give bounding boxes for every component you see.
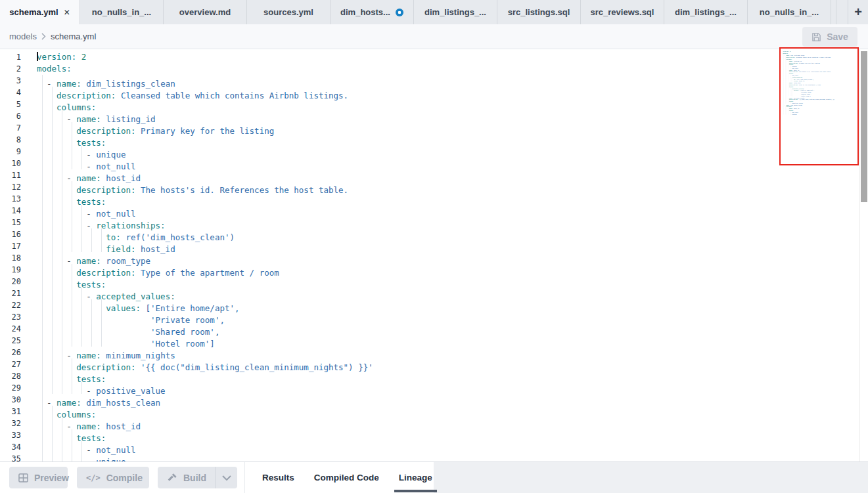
- indent-guide: [62, 299, 72, 311]
- indent: [37, 382, 42, 394]
- line-number: 13: [0, 193, 21, 205]
- code-line[interactable]: 3- name: dim_listings_clean: [0, 75, 859, 87]
- code-line[interactable]: 14- not_null: [0, 205, 859, 217]
- indent-guide: [52, 110, 62, 122]
- tab-schema-yml[interactable]: schema.yml✕: [0, 0, 80, 24]
- indent-guide: [42, 453, 52, 461]
- code-line-content: - not_null: [37, 158, 136, 169]
- code-line[interactable]: 17field: host_id: [0, 240, 859, 252]
- code-line[interactable]: 2models:: [0, 63, 859, 75]
- minimap[interactable]: 1version: 22models:3- name: dim_listings…: [781, 49, 857, 164]
- code-line[interactable]: 26- name: minimum_nights: [0, 347, 859, 358]
- line-number: 3: [0, 75, 21, 87]
- tab-overview-md[interactable]: overview.md: [164, 0, 247, 24]
- code-line[interactable]: 6- name: listing_id: [0, 110, 859, 122]
- line-number: 27: [0, 358, 21, 370]
- tab-sources-yml[interactable]: sources.yml: [247, 0, 331, 24]
- indent: [37, 394, 42, 406]
- indent-guide: [52, 288, 62, 299]
- indent-guide: [42, 158, 52, 169]
- code-line[interactable]: 4description: Cleansed table which conta…: [0, 87, 859, 98]
- token: Cleansed table which contains Airbnb lis…: [795, 56, 831, 58]
- indent-guide: [52, 181, 62, 193]
- minimap-content: 1version: 22models:3- name: dim_listings…: [783, 51, 857, 115]
- indent-guide: [62, 418, 67, 429]
- tab-src-reviews-sql[interactable]: src_reviews.sql: [581, 0, 664, 24]
- code-line[interactable]: 12description: The hosts's id. Reference…: [0, 181, 859, 193]
- indent-guide: [42, 181, 52, 193]
- token: host_id: [101, 421, 141, 431]
- code-line[interactable]: 16to: ref('dim_hosts_clean'): [0, 228, 859, 240]
- indent-guide: [72, 323, 81, 335]
- code-editor[interactable]: 1version: 22models:3- name: dim_listings…: [0, 49, 859, 461]
- token: Cleansed table which contains Airbnb lis…: [116, 91, 348, 100]
- code-line[interactable]: 18- name: room_type: [0, 252, 859, 264]
- code-line[interactable]: 27description: '{{ doc("dim_listing_clea…: [0, 358, 859, 370]
- indent-guide: [42, 406, 52, 418]
- code-line[interactable]: 29- positive_value: [0, 382, 859, 394]
- indent-guide: [52, 358, 62, 370]
- indent-guide: [52, 335, 62, 347]
- indent-guide: [42, 193, 52, 205]
- add-tab-button[interactable]: +: [848, 0, 868, 24]
- breadcrumb-item-models[interactable]: models: [9, 32, 37, 41]
- close-icon[interactable]: ✕: [64, 8, 70, 17]
- token: 2: [789, 51, 790, 52]
- tab-label: src_listings.sql: [508, 7, 570, 17]
- indent: [37, 323, 42, 335]
- indent-guide: [72, 146, 81, 158]
- tab-bar-spacer: [831, 0, 836, 24]
- indent-guide: [52, 228, 62, 240]
- code-line-content: 'Private room',: [37, 311, 225, 323]
- panel-tab-lineage[interactable]: Lineage: [399, 462, 432, 493]
- code-line[interactable]: 24 'Shared room',: [0, 323, 859, 335]
- line-number: 1: [0, 51, 21, 63]
- code-line[interactable]: 7description: Primary key for the listin…: [0, 122, 859, 134]
- tab-dim-hosts[interactable]: dim_hosts...: [331, 0, 414, 24]
- code-line[interactable]: 11- name: host_id: [0, 169, 859, 181]
- build-button[interactable]: Build: [158, 467, 216, 488]
- code-line-content: - name: host_id: [37, 169, 141, 181]
- line-number: 5: [0, 98, 21, 110]
- panel-tab-results[interactable]: Results: [262, 462, 294, 493]
- indent: [37, 358, 42, 370]
- tab-dim-listings[interactable]: dim_listings_...: [414, 0, 497, 24]
- indent-guide: [52, 382, 62, 394]
- compile-button[interactable]: </> Compile: [77, 467, 149, 488]
- indent-guide: [42, 122, 52, 134]
- code-line[interactable]: 21- accepted_values:: [0, 288, 859, 299]
- text-cursor: [37, 52, 38, 61]
- indent: [37, 252, 42, 264]
- code-line[interactable]: 1version: 2: [0, 51, 859, 63]
- scrollbar-thumb[interactable]: [861, 51, 867, 202]
- code-line-content: tests:: [37, 429, 106, 441]
- indent-guide: [42, 335, 52, 347]
- indent-guide: [42, 146, 52, 158]
- indent-guide: [62, 110, 67, 122]
- code-line[interactable]: 19description: Type of the apartment / r…: [0, 264, 859, 276]
- indent: [37, 370, 42, 382]
- code-line[interactable]: 23 'Private room',: [0, 311, 859, 323]
- tab-no-nulls-in[interactable]: no_nulls_in_...: [80, 0, 164, 24]
- code-line[interactable]: 34- not_null: [0, 441, 859, 453]
- tab-dim-listings[interactable]: dim_listings_...: [664, 0, 748, 24]
- code-line[interactable]: 10- not_null: [0, 158, 859, 169]
- line-number: 28: [0, 370, 21, 382]
- code-line[interactable]: 15- relationships:: [0, 217, 859, 228]
- preview-button[interactable]: Preview: [9, 467, 68, 488]
- code-line[interactable]: 30- name: dim_hosts_clean: [0, 394, 859, 406]
- code-line[interactable]: 9- unique: [0, 146, 859, 158]
- code-line[interactable]: 22values: ['Entire home/apt',: [0, 299, 859, 311]
- panel-tab-compiled-code[interactable]: Compiled Code: [314, 462, 379, 493]
- indent-guide: [52, 217, 62, 228]
- indent-guide: [72, 299, 81, 311]
- save-button[interactable]: Save: [802, 27, 857, 47]
- breadcrumb-item-schema-yml[interactable]: schema.yml: [51, 32, 96, 41]
- code-line[interactable]: 32- name: host_id: [0, 418, 859, 429]
- code-line[interactable]: 25 'Hotel room']: [0, 335, 859, 347]
- indent: [37, 347, 42, 358]
- tab-no-nulls-in[interactable]: no_nulls_in_...: [748, 0, 831, 24]
- tab-src-listings-sql[interactable]: src_listings.sql: [497, 0, 581, 24]
- build-caret-button[interactable]: [216, 467, 237, 488]
- line-number: 14: [0, 205, 21, 217]
